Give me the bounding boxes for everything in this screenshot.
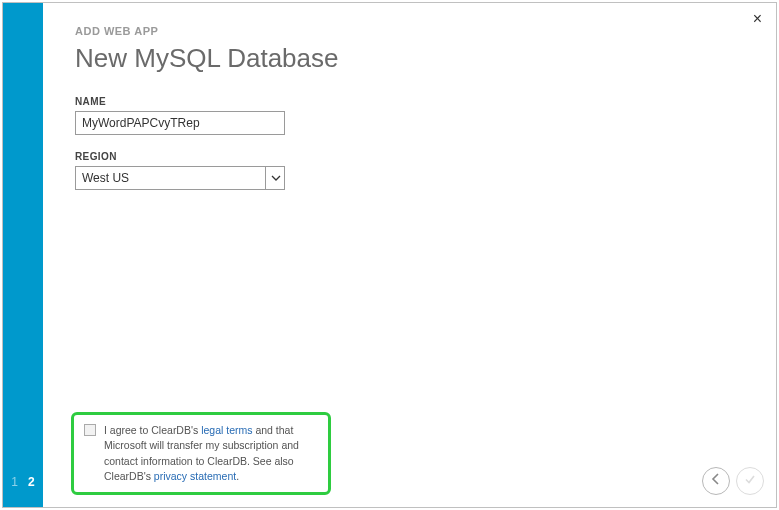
arrow-left-icon bbox=[709, 472, 723, 490]
consent-text: I agree to ClearDB's legal terms and tha… bbox=[104, 423, 318, 484]
name-input[interactable] bbox=[75, 111, 285, 135]
name-label: NAME bbox=[75, 96, 756, 107]
region-label: REGION bbox=[75, 151, 756, 162]
region-field-block: REGION West US bbox=[75, 151, 756, 190]
wizard-nav bbox=[702, 467, 764, 495]
legal-terms-link[interactable]: legal terms bbox=[201, 424, 252, 436]
main-content: × ADD WEB APP New MySQL Database NAME RE… bbox=[43, 3, 776, 507]
back-button[interactable] bbox=[702, 467, 730, 495]
privacy-statement-link[interactable]: privacy statement bbox=[154, 470, 236, 482]
step-2[interactable]: 2 bbox=[28, 475, 35, 489]
consent-highlight: I agree to ClearDB's legal terms and tha… bbox=[71, 412, 331, 495]
breadcrumb: ADD WEB APP bbox=[75, 25, 756, 37]
step-1[interactable]: 1 bbox=[11, 475, 18, 489]
consent-checkbox[interactable] bbox=[84, 424, 96, 436]
wizard-panel: 1 2 × ADD WEB APP New MySQL Database NAM… bbox=[2, 2, 777, 508]
page-title: New MySQL Database bbox=[75, 43, 756, 74]
name-field-block: NAME bbox=[75, 96, 756, 135]
step-indicator: 1 2 bbox=[11, 475, 34, 489]
region-select[interactable]: West US bbox=[75, 166, 285, 190]
check-icon bbox=[743, 472, 757, 490]
region-select-value: West US bbox=[82, 171, 129, 185]
complete-button[interactable] bbox=[736, 467, 764, 495]
step-rail: 1 2 bbox=[3, 3, 43, 507]
close-button[interactable]: × bbox=[753, 11, 762, 27]
